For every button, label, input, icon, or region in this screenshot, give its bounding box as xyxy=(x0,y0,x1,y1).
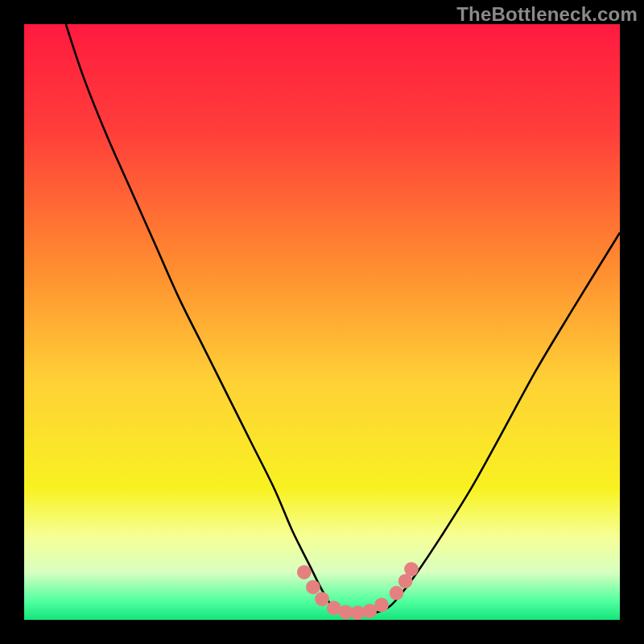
bottleneck-curve xyxy=(66,24,620,615)
highlight-dot xyxy=(374,598,389,613)
plot-area xyxy=(24,24,620,620)
highlight-dot xyxy=(306,580,320,594)
highlight-dots xyxy=(297,562,419,620)
outer-frame: TheBottleneck.com xyxy=(0,0,644,644)
highlight-dot xyxy=(404,562,419,576)
highlight-dot xyxy=(315,592,329,606)
watermark-text: TheBottleneck.com xyxy=(456,3,638,26)
highlight-dot xyxy=(390,586,404,601)
chart-svg xyxy=(24,24,620,620)
highlight-dot xyxy=(297,565,312,580)
